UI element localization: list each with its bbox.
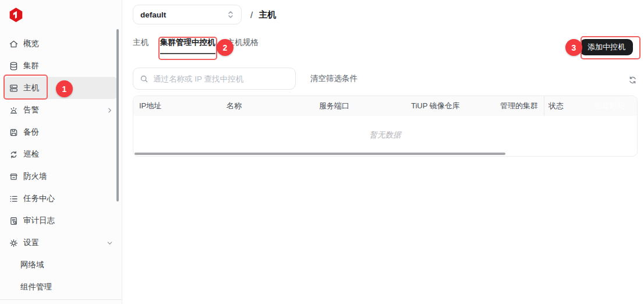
column-header-service-port[interactable]: 服务端口: [313, 101, 405, 111]
sidebar-item-label: 网络域: [20, 260, 44, 270]
table-header-row: IP地址 名称 服务端口 TiUP 镜像仓库 管理的集群 状态 创建时间: [133, 96, 637, 116]
sidebar-item-overview[interactable]: 概览: [5, 33, 117, 55]
sidebar-item-label: 主机: [23, 83, 39, 93]
backup-icon: [9, 128, 19, 137]
sidebar-divider: [0, 299, 122, 300]
tab-control-machines[interactable]: 集群管理中控机: [160, 37, 215, 54]
empty-state-text: 暂无数据: [370, 130, 401, 140]
tidb-logo[interactable]: [8, 7, 24, 23]
sidebar-item-label: 设置: [23, 238, 39, 248]
breadcrumb-separator: /: [250, 10, 253, 20]
sidebar-item-task-center[interactable]: 任务中心: [5, 188, 117, 210]
database-icon: [9, 61, 19, 71]
filter-row: 清空筛选条件: [133, 68, 644, 90]
select-updown-icon: [227, 10, 234, 19]
sidebar-nav: 概览 集群: [0, 33, 122, 298]
sidebar-item-clusters[interactable]: 集群: [5, 55, 117, 77]
topbar: default / 主机: [122, 0, 644, 24]
chevron-right-icon: [107, 107, 113, 114]
sidebar-item-network-domains[interactable]: 网络域: [5, 254, 117, 276]
chevron-down-icon: [107, 240, 113, 246]
workspace-select-value: default: [140, 10, 166, 19]
sidebar-item-label: 备份: [23, 127, 39, 137]
main-content: default / 主机 主机 集群管理中控机 主机规格 添加中控机: [122, 0, 644, 304]
search-input[interactable]: [153, 75, 289, 83]
gear-icon: [9, 238, 19, 248]
column-header-managed-clusters[interactable]: 管理的集群: [494, 101, 544, 111]
tab-hosts[interactable]: 主机: [133, 37, 148, 54]
alert-icon: [9, 105, 19, 115]
sidebar-item-label: 防火墙: [23, 171, 47, 182]
clear-filters-link[interactable]: 清空筛选条件: [310, 73, 358, 84]
sidebar: 概览 集群: [0, 0, 122, 304]
sidebar-item-component-management[interactable]: 组件管理: [5, 276, 117, 298]
home-icon: [9, 39, 19, 49]
column-header-created-at[interactable]: 创建时间: [595, 101, 637, 111]
sidebar-item-alerts[interactable]: 告警: [5, 99, 117, 121]
audit-log-icon: [9, 216, 19, 226]
firewall-icon: [9, 172, 19, 182]
breadcrumb-current: 主机: [259, 9, 276, 20]
control-machines-table: IP地址 名称 服务端口 TiUP 镜像仓库 管理的集群 状态 创建时间 暂无数…: [133, 96, 638, 157]
inspection-icon: [9, 150, 19, 160]
sidebar-item-label: 任务中心: [23, 193, 55, 204]
sidebar-item-label: 组件管理: [20, 282, 52, 292]
sidebar-item-label: 告警: [23, 105, 39, 115]
sidebar-item-label: 集群: [23, 61, 39, 71]
table-body: 暂无数据: [133, 116, 637, 154]
sidebar-item-label: 审计日志: [23, 215, 55, 226]
refresh-icon[interactable]: [628, 76, 637, 84]
sidebar-scrollbar[interactable]: [116, 29, 119, 202]
sidebar-item-hosts[interactable]: 主机: [5, 77, 117, 99]
sidebar-item-inspection[interactable]: 巡检: [5, 143, 117, 165]
sidebar-item-label: 概览: [23, 38, 39, 49]
tab-host-specs[interactable]: 主机规格: [227, 37, 259, 54]
workspace-select[interactable]: default: [133, 5, 242, 24]
column-header-ip[interactable]: IP地址: [133, 101, 221, 111]
sidebar-item-audit-log[interactable]: 审计日志: [5, 210, 117, 232]
column-header-tiup-mirror[interactable]: TiUP 镜像仓库: [405, 101, 494, 111]
app-window: 概览 集群: [0, 0, 644, 304]
sidebar-item-settings[interactable]: 设置: [5, 232, 117, 254]
column-header-status[interactable]: 状态: [544, 96, 595, 116]
column-header-name[interactable]: 名称: [221, 101, 313, 111]
sidebar-item-label: 巡检: [23, 149, 39, 160]
add-control-machine-button[interactable]: 添加中控机: [580, 39, 633, 55]
search-box: [133, 68, 296, 90]
tab-bar: 主机 集群管理中控机 主机规格: [133, 37, 644, 54]
sidebar-item-backup[interactable]: 备份: [5, 121, 117, 143]
search-icon: [140, 75, 148, 83]
server-icon: [9, 83, 19, 93]
task-center-icon: [9, 194, 19, 204]
horizontal-scrollbar[interactable]: [135, 153, 505, 155]
sidebar-item-firewall[interactable]: 防火墙: [5, 165, 117, 188]
